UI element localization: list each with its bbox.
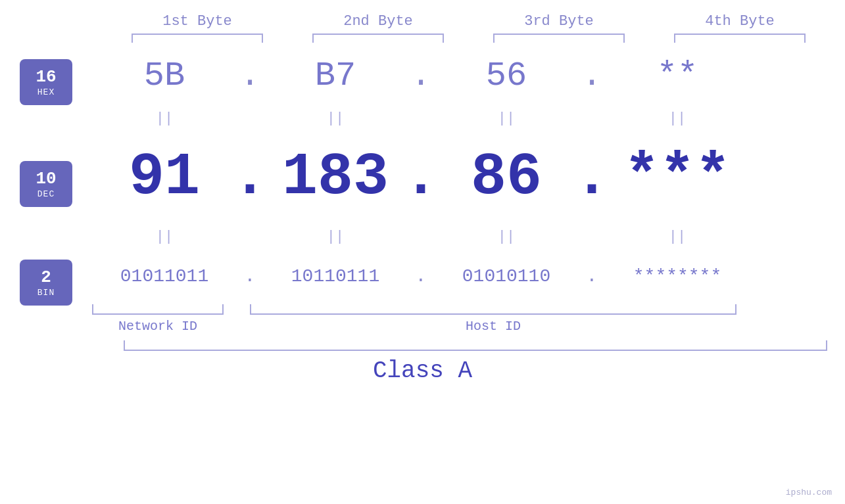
host-id-label: Host ID — [250, 319, 736, 334]
bin-b2-cell: 10110111 — [263, 266, 408, 286]
top-bracket-1 — [132, 34, 263, 43]
byte1-header: 1st Byte — [125, 13, 270, 30]
bin-b1-cell: 01011011 — [92, 266, 237, 286]
hex-badge: 16 HEX — [20, 59, 72, 105]
dec-sep1: . — [237, 144, 263, 211]
equals-row-1: || || || || — [92, 102, 815, 135]
top-bracket-2 — [312, 34, 444, 43]
dec-b3-cell: 86 — [434, 148, 579, 207]
hex-sep1: . — [237, 57, 263, 95]
bin-row: 01011011 . 10110111 . 01010110 . — [92, 253, 815, 299]
network-id-label: Network ID — [92, 319, 224, 334]
eq2-b1: || — [92, 229, 237, 245]
hex-b4-cell: ** — [605, 57, 750, 95]
dec-row: 91 . 183 . 86 . *** — [92, 135, 815, 220]
bin-badge: 2 BIN — [20, 260, 72, 306]
watermark: ipshu.com — [786, 488, 832, 497]
badge-column: 16 HEX 10 DEC 2 BIN — [0, 49, 92, 306]
eq2-b3: || — [434, 229, 579, 245]
bin-sep2: . — [408, 266, 434, 286]
bin-sep1: . — [237, 266, 263, 286]
id-labels: Network ID Host ID — [92, 319, 815, 334]
hex-row: 5B . B7 . 56 . ** — [92, 49, 815, 102]
dec-b2-cell: 183 — [263, 148, 408, 207]
equals-row-2: || || || || — [92, 220, 815, 253]
hex-b1-cell: 5B — [92, 57, 237, 95]
top-bracket-3 — [493, 34, 625, 43]
host-bracket — [250, 304, 736, 315]
eq1-b4: || — [605, 110, 750, 127]
top-brackets — [107, 34, 831, 43]
eq1-b1: || — [92, 110, 237, 127]
byte4-header: 4th Byte — [667, 13, 812, 30]
hex-sep3: . — [579, 57, 605, 95]
hex-b2-cell: B7 — [263, 57, 408, 95]
full-bottom-bracket — [124, 340, 827, 351]
dec-b1-cell: 91 — [92, 148, 237, 207]
eq2-b2: || — [263, 229, 408, 245]
net-bracket — [92, 304, 224, 315]
hex-b3-cell: 56 — [434, 57, 579, 95]
bin-sep3: . — [579, 266, 605, 286]
byte2-header: 2nd Byte — [306, 13, 450, 30]
byte3-header: 3rd Byte — [487, 13, 631, 30]
dec-sep2: . — [408, 144, 434, 211]
dec-badge: 10 DEC — [20, 161, 72, 207]
eq1-b2: || — [263, 110, 408, 127]
dec-b4-cell: *** — [605, 148, 750, 207]
bin-b4-cell: ******** — [605, 266, 750, 286]
dec-sep3: . — [579, 144, 605, 211]
hex-sep2: . — [408, 57, 434, 95]
bottom-brackets — [92, 304, 815, 315]
bin-b3-cell: 01010110 — [434, 266, 579, 286]
main-container: 1st Byte 2nd Byte 3rd Byte 4th Byte 16 H… — [0, 0, 845, 504]
eq2-b4: || — [605, 229, 750, 245]
eq1-b3: || — [434, 110, 579, 127]
top-bracket-4 — [674, 34, 806, 43]
class-label: Class A — [373, 357, 472, 384]
byte-headers: 1st Byte 2nd Byte 3rd Byte 4th Byte — [107, 13, 831, 30]
